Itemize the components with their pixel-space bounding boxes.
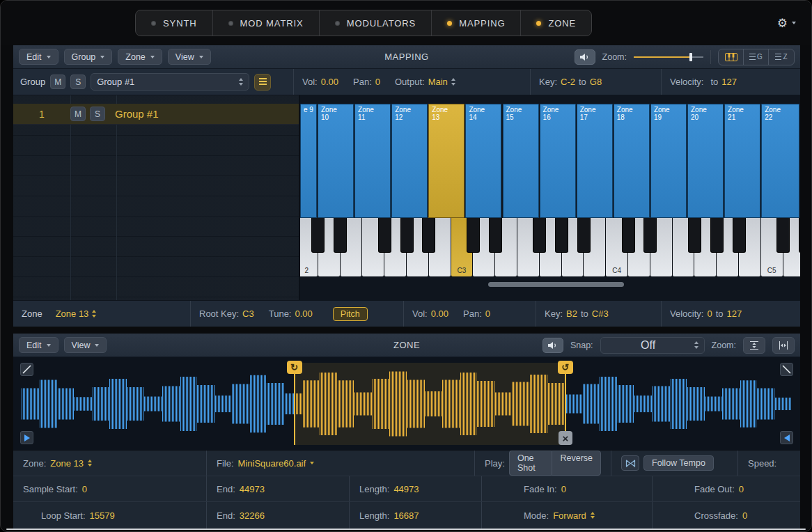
velocity-low-value[interactable]: 0 [707, 308, 712, 319]
mapping-menu-view[interactable]: View [168, 49, 211, 65]
sample-start-handle[interactable] [20, 431, 33, 444]
velocity-high-value[interactable]: 127 [727, 308, 742, 319]
crossfade-value[interactable]: 0 [742, 510, 747, 521]
black-key[interactable] [311, 218, 325, 253]
black-key[interactable] [555, 218, 568, 253]
sample-length-value[interactable]: 44973 [393, 484, 419, 494]
key-low-value[interactable]: C-2 [561, 77, 575, 87]
settings-button[interactable]: ⚙ [777, 13, 796, 33]
black-key[interactable] [733, 218, 746, 253]
key-high-value[interactable]: G8 [590, 77, 602, 87]
one-shot-button[interactable]: One Shot [509, 451, 552, 476]
tab-zone[interactable]: ZONE [521, 10, 591, 36]
mapping-menu-zone[interactable]: Zone [118, 49, 162, 65]
vol-value[interactable]: 0.00 [431, 308, 448, 319]
zone-block[interactable]: Zone19 [650, 104, 687, 218]
waveform-display[interactable]: ↻ ↺ × [13, 357, 800, 451]
pitch-toggle-button[interactable]: Pitch [333, 307, 368, 321]
black-key[interactable] [533, 218, 546, 253]
pan-value[interactable]: 0 [375, 77, 380, 87]
fade-out-handle[interactable] [780, 363, 793, 376]
group-row[interactable]: 1 M S Group #1 [13, 104, 299, 125]
zone-block[interactable]: Zone11 [354, 104, 391, 218]
snap-dropdown[interactable]: Off [600, 337, 705, 354]
black-key[interactable] [710, 218, 724, 253]
black-key[interactable] [776, 218, 790, 253]
loop-start-marker[interactable]: ↻ [287, 361, 302, 374]
black-key[interactable] [467, 218, 480, 253]
loop-start-line[interactable] [294, 363, 295, 445]
zone-block[interactable]: e 9 [300, 104, 317, 218]
zone-view-button[interactable]: Z [769, 49, 794, 65]
zone-block[interactable]: Zone10 [318, 104, 354, 218]
zone-block[interactable]: Zone18 [614, 104, 650, 218]
audition-button[interactable] [575, 49, 595, 65]
fade-in-value[interactable]: 0 [561, 484, 566, 494]
sample-end-handle[interactable] [780, 431, 793, 444]
black-key[interactable] [489, 218, 502, 253]
zone-block[interactable]: Zone21 [724, 104, 760, 218]
clear-loop-button[interactable]: × [559, 431, 572, 445]
crossfade-loop-button[interactable] [621, 455, 639, 471]
group-row-solo-button[interactable]: S [90, 107, 105, 121]
group-mute-button[interactable]: M [50, 75, 65, 89]
loop-length-value[interactable]: 16687 [393, 510, 419, 521]
file-value[interactable]: MiniSquare60.aif [238, 458, 306, 469]
mapping-menu-group[interactable]: Group [64, 49, 113, 65]
output-value[interactable]: Main [428, 77, 448, 87]
zone-block[interactable]: Zone20 [687, 104, 724, 218]
tune-value[interactable]: 0.00 [295, 308, 312, 319]
black-key[interactable] [334, 218, 347, 253]
keyboard-view-button[interactable] [719, 49, 744, 65]
zone-block[interactable]: Zone14 [465, 104, 501, 218]
group-list-toggle-button[interactable] [254, 74, 271, 91]
black-key[interactable] [378, 218, 391, 253]
zone-menu-edit[interactable]: Edit [19, 337, 58, 353]
black-key[interactable] [688, 218, 701, 253]
sample-start-value[interactable]: 0 [82, 484, 87, 494]
loop-end-marker[interactable]: ↺ [558, 361, 573, 374]
reverse-button[interactable]: Reverse [552, 451, 601, 476]
fade-in-handle[interactable] [20, 363, 33, 376]
mode-value[interactable]: Forward [553, 510, 586, 521]
zone-block[interactable]: Zone15 [503, 104, 539, 218]
loop-end-value[interactable]: 32266 [240, 510, 265, 521]
black-key[interactable] [643, 218, 657, 253]
tab-modulators[interactable]: MODULATORS [320, 10, 432, 36]
slider-handle[interactable] [689, 53, 692, 61]
sample-end-value[interactable]: 44973 [240, 484, 265, 494]
black-key[interactable] [422, 218, 435, 253]
zone-block[interactable]: Zone12 [391, 104, 428, 218]
group-view-button[interactable]: G [744, 49, 769, 65]
zone-block[interactable]: Zone17 [577, 104, 613, 218]
vertical-zoom-button[interactable] [743, 337, 765, 354]
loop-start-value[interactable]: 15579 [90, 510, 115, 521]
velocity-high-value[interactable]: 127 [721, 77, 737, 87]
key-high-value[interactable]: C#3 [592, 308, 609, 319]
group-solo-button[interactable]: S [70, 75, 86, 89]
pan-value[interactable]: 0 [485, 308, 490, 319]
zone-select-value[interactable]: Zone 13 [56, 308, 89, 319]
key-low-value[interactable]: B2 [566, 308, 577, 319]
mapping-zoom-slider[interactable] [634, 52, 703, 62]
black-key[interactable] [799, 218, 800, 253]
audition-button[interactable] [542, 338, 563, 353]
tab-synth[interactable]: SYNTH [136, 10, 213, 36]
follow-tempo-button[interactable]: Follow Tempo [643, 455, 714, 471]
zone-block[interactable]: Zone22 [761, 104, 799, 218]
tab-mapping[interactable]: MAPPING [432, 10, 521, 36]
horizontal-zoom-button[interactable] [772, 337, 795, 354]
zone-value[interactable]: Zone 13 [50, 458, 84, 469]
black-key[interactable] [577, 218, 591, 253]
black-key[interactable] [622, 218, 635, 253]
zone-block[interactable]: Zone13 [428, 104, 464, 218]
zone-block[interactable]: Zone16 [540, 104, 576, 218]
group-select-dropdown[interactable]: Group #1 [91, 73, 249, 91]
fade-out-value[interactable]: 0 [739, 484, 744, 494]
root-key-value[interactable]: C3 [242, 308, 254, 319]
black-key[interactable] [400, 218, 414, 253]
zone-menu-view[interactable]: View [64, 337, 107, 353]
horizontal-scrollbar[interactable] [488, 282, 624, 287]
waveform-canvas[interactable] [22, 363, 792, 445]
mapping-menu-edit[interactable]: Edit [19, 49, 58, 65]
